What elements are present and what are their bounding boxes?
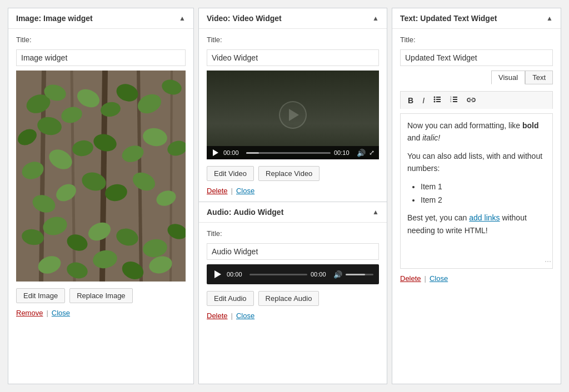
toolbar-unordered-button[interactable] [430, 94, 445, 107]
audio-links: Delete | Close [207, 311, 379, 320]
video-title-input[interactable] [207, 49, 379, 66]
video-widget-header: Video: Video Widget ▲ [199, 8, 387, 29]
audio-play-button[interactable] [212, 269, 223, 280]
svg-point-43 [434, 99, 436, 100]
video-volume-icon[interactable]: 🔊 [357, 149, 366, 157]
text-close-link[interactable]: Close [430, 274, 448, 283]
svg-rect-48 [453, 97, 457, 98]
editor-resize-handle[interactable]: ⋯ [545, 257, 551, 267]
image-collapse-icon[interactable]: ▲ [179, 14, 186, 22]
svg-rect-42 [436, 97, 441, 98]
toolbar-bold-button[interactable]: B [404, 94, 417, 107]
video-header-label: Video: [207, 14, 231, 23]
video-column: Video: Video Widget ▲ Title: 00:00 00:10 [198, 8, 387, 384]
video-collapse-icon[interactable]: ▲ [372, 14, 379, 22]
svg-point-41 [434, 97, 436, 98]
text-widget-header: Text: Updated Text Widget ▲ [392, 8, 561, 29]
image-close-link[interactable]: Close [52, 309, 70, 317]
video-time-start: 00:00 [223, 149, 243, 156]
replace-video-button[interactable]: Replace Video [258, 166, 320, 181]
toolbar-italic-button[interactable]: I [418, 94, 428, 107]
audio-widget-title: Audio: Audio Widget [207, 208, 283, 217]
video-title-label: Title: [207, 36, 379, 44]
image-title-input[interactable] [16, 49, 186, 66]
text-delete-link[interactable]: Delete [400, 274, 421, 283]
ivy-svg [16, 71, 186, 282]
edit-video-button[interactable]: Edit Video [207, 166, 254, 181]
image-header-value: Image widget [43, 14, 93, 23]
audio-close-link[interactable]: Close [236, 311, 254, 320]
video-widget-panel: Video: Video Widget ▲ Title: 00:00 00:10 [199, 8, 387, 202]
audio-delete-link[interactable]: Delete [207, 311, 228, 320]
video-delete-link[interactable]: Delete [207, 187, 228, 195]
image-widget-header: Image: Image widget ▲ [8, 8, 193, 29]
svg-rect-50 [453, 99, 457, 100]
svg-line-5 [171, 71, 172, 282]
replace-audio-button[interactable]: Replace Audio [258, 291, 320, 306]
video-time-end: 00:10 [334, 149, 353, 156]
audio-header-value: Audio Widget [233, 208, 283, 217]
image-widget-body: Title: [8, 29, 193, 384]
text-widget-panel: Text: Updated Text Widget ▲ Title: Visua… [392, 8, 561, 384]
unordered-list-icon [433, 96, 441, 103]
audio-volume-bar[interactable] [346, 274, 373, 275]
text-widget-title: Text: Updated Text Widget [400, 14, 497, 23]
text-collapse-icon[interactable]: ▲ [546, 14, 553, 22]
audio-time-start: 00:00 [227, 271, 246, 278]
video-links: Delete | Close [207, 187, 379, 195]
video-player[interactable]: 00:00 00:10 🔊 ⤢ [207, 71, 379, 159]
replace-image-button[interactable]: Replace Image [69, 288, 132, 303]
edit-image-button[interactable]: Edit Image [16, 288, 65, 303]
video-buttons: Edit Video Replace Video [207, 166, 379, 181]
video-widget-body: Title: 00:00 00:10 🔊 ⤢ Edit Video [199, 29, 387, 202]
image-remove-link[interactable]: Remove [16, 309, 43, 317]
audio-widget-header: Audio: Audio Widget ▲ [199, 202, 387, 223]
audio-link-separator: | [231, 311, 233, 320]
text-widget-body: Title: Visual Text B I 1. [392, 29, 561, 384]
toolbar-ordered-button[interactable]: 1. 2. 3. [446, 94, 462, 107]
text-title-label: Title: [400, 36, 553, 44]
svg-point-45 [434, 101, 436, 103]
image-link-separator: | [46, 309, 48, 317]
audio-title-label: Title: [207, 229, 379, 238]
text-editor-content[interactable]: Now you can add formatting, like bold an… [400, 113, 553, 269]
text-links: Delete | Close [400, 274, 553, 283]
audio-player: 00:00 00:00 🔊 [207, 264, 379, 284]
image-widget-panel: Image: Image widget ▲ Title: [8, 8, 194, 384]
video-header-value: Video Widget [232, 14, 281, 23]
toolbar-link-button[interactable] [463, 94, 480, 107]
link-icon [467, 97, 476, 103]
video-progress-bar[interactable] [246, 152, 331, 154]
svg-rect-52 [453, 101, 457, 102]
tab-text[interactable]: Text [525, 71, 553, 84]
ivy-image [16, 71, 186, 282]
video-link-separator: | [231, 187, 233, 195]
audio-title-input[interactable] [207, 243, 379, 260]
ordered-list-icon: 1. 2. 3. [450, 96, 458, 103]
tab-visual[interactable]: Visual [491, 71, 525, 84]
svg-text:3.: 3. [450, 100, 452, 103]
image-header-label: Image: [16, 14, 41, 23]
image-links: Remove | Close [16, 309, 186, 317]
audio-header-label: Audio: [207, 208, 231, 217]
video-progress-fill [246, 152, 259, 154]
image-buttons: Edit Image Replace Image [16, 288, 186, 303]
svg-rect-44 [436, 99, 441, 100]
image-preview [16, 71, 186, 282]
edit-audio-button[interactable]: Edit Audio [207, 291, 254, 306]
text-header-label: Text: [400, 14, 418, 23]
audio-progress-bar[interactable] [249, 274, 307, 275]
editor-toolbar: B I 1. 2. 3. [400, 91, 553, 109]
svg-line-3 [102, 71, 105, 282]
audio-time-end: 00:00 [311, 271, 330, 278]
svg-rect-46 [436, 101, 441, 102]
audio-collapse-icon[interactable]: ▲ [372, 208, 379, 216]
audio-volume-fill [346, 274, 365, 275]
audio-buttons: Edit Audio Replace Audio [207, 291, 379, 306]
video-fullscreen-icon[interactable]: ⤢ [369, 149, 375, 157]
text-title-input[interactable] [400, 49, 553, 66]
video-close-link[interactable]: Close [236, 187, 254, 195]
video-ctrl-play[interactable] [211, 148, 220, 157]
audio-volume-icon[interactable]: 🔊 [333, 270, 342, 279]
text-link-separator: | [425, 274, 426, 283]
